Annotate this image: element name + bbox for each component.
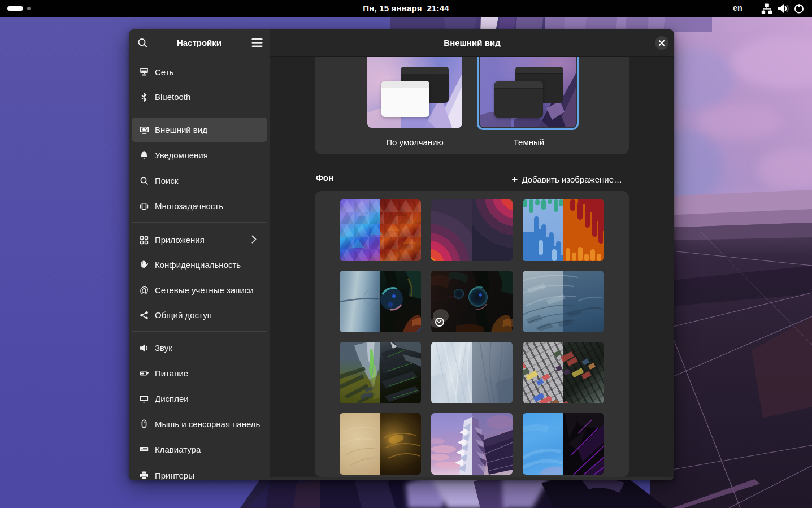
svg-text:@: @ bbox=[140, 285, 149, 295]
